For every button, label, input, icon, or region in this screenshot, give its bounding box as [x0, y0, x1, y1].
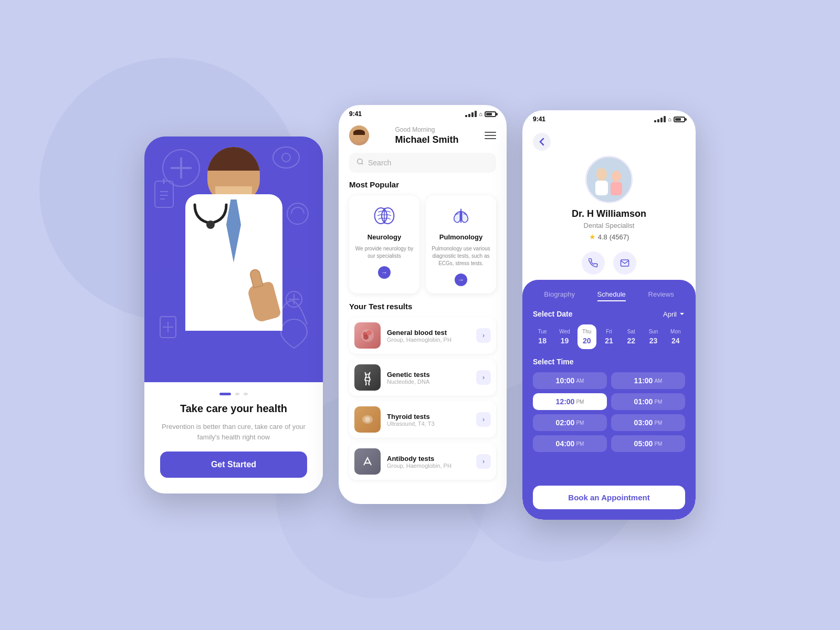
test-item-antibody[interactable]: Antibody tests Group, Haemoglobin, PH › — [349, 443, 496, 480]
tab-biography[interactable]: Biography — [544, 288, 575, 301]
phone-button[interactable] — [582, 251, 605, 275]
date-num-21: 21 — [605, 337, 613, 345]
test-thumb-genetic — [354, 364, 381, 391]
pulmonology-arrow[interactable]: → — [455, 274, 467, 286]
time-11am[interactable]: 11:00 AM — [611, 372, 685, 389]
test-name-genetic: Genetic tests — [387, 371, 470, 379]
doctor-rating: ★ 4.8 (4567) — [533, 233, 685, 241]
date-day-thu: Thu — [582, 329, 591, 334]
time-2pm[interactable]: 02:00 PM — [533, 414, 607, 431]
signal-bar-p1 — [654, 120, 656, 122]
time-10am[interactable]: 10:00 AM — [533, 372, 607, 389]
date-mon-24[interactable]: Mon 24 — [666, 324, 685, 349]
svg-point-21 — [382, 208, 394, 224]
date-day-sat: Sat — [627, 329, 635, 334]
test-info-blood: General blood test Group, Haemoglobin, P… — [387, 329, 470, 343]
test-item-blood[interactable]: General blood test Group, Haemoglobin, P… — [349, 317, 496, 354]
status-icons-home: ⌂ — [465, 111, 496, 117]
test-name-blood: General blood test — [387, 329, 470, 337]
time-val-10: 10:00 — [556, 376, 575, 385]
pagination-dots — [219, 393, 248, 395]
test-item-genetic[interactable]: Genetic tests Nucleotide, DNA › — [349, 359, 496, 396]
email-button[interactable] — [613, 251, 636, 275]
time-ampm-5: PM — [654, 441, 662, 447]
svg-point-35 — [612, 171, 621, 182]
time-val-2: 02:00 — [556, 418, 575, 427]
test-info-antibody: Antibody tests Group, Haemoglobin, PH — [387, 455, 470, 469]
date-sun-23[interactable]: Sun 23 — [644, 324, 663, 349]
svg-point-32 — [587, 158, 631, 202]
onboarding-subtitle: Prevention is better than cure, take car… — [160, 422, 307, 442]
test-thumb-blood — [354, 322, 381, 349]
time-4pm[interactable]: 04:00 PM — [533, 435, 607, 452]
home-header: Good Morning Michael Smith — [349, 125, 496, 145]
svg-point-31 — [365, 417, 370, 422]
phone-doctor-profile: 9:41 ⌂ — [522, 110, 696, 520]
svg-rect-36 — [611, 182, 622, 195]
rating-count: (4567) — [610, 233, 629, 241]
test-item-thyroid[interactable]: Thyroid tests Ultrasound, T4, T3 › — [349, 401, 496, 438]
neurology-arrow[interactable]: → — [378, 266, 391, 279]
month-selector[interactable]: April — [663, 310, 685, 318]
book-appointment-button[interactable]: Book an Appointment — [533, 486, 685, 509]
time-5pm[interactable]: 05:00 PM — [611, 435, 685, 452]
signal-bar-p4 — [664, 116, 666, 122]
menu-button[interactable] — [485, 132, 496, 139]
test-info-genetic: Genetic tests Nucleotide, DNA — [387, 371, 470, 385]
specialty-cards: Neurology We provide neurology by our sp… — [349, 195, 496, 293]
date-tue-18[interactable]: Tue 18 — [533, 324, 552, 349]
test-arrow-genetic[interactable]: › — [476, 370, 491, 385]
specialty-pulmonology[interactable]: Pulmonology Pulmonology use various diag… — [426, 195, 496, 293]
time-3pm[interactable]: 03:00 PM — [611, 414, 685, 431]
svg-rect-9 — [155, 181, 173, 207]
specialty-neurology[interactable]: Neurology We provide neurology by our sp… — [349, 195, 419, 293]
test-sub-thyroid: Ultrasound, T4, T3 — [387, 421, 470, 427]
doctor-profile-image — [585, 156, 633, 203]
date-thu-20[interactable]: Thu 20 — [578, 324, 596, 349]
ham-line-2 — [485, 135, 496, 136]
get-started-button[interactable]: Get Started — [160, 452, 307, 478]
dot-2 — [235, 393, 239, 395]
test-info-thyroid: Thyroid tests Ultrasound, T4, T3 — [387, 413, 470, 427]
test-name-thyroid: Thyroid tests — [387, 413, 470, 421]
user-avatar[interactable] — [349, 125, 369, 145]
date-num-22: 22 — [627, 337, 635, 345]
back-button[interactable] — [533, 133, 551, 151]
date-day-sun: Sun — [649, 329, 658, 334]
test-arrow-blood[interactable]: › — [476, 328, 491, 343]
time-ampm-11: AM — [654, 378, 662, 384]
test-arrow-antibody[interactable]: › — [476, 454, 491, 469]
time-12pm[interactable]: 12:00 PM — [533, 393, 607, 410]
search-bar[interactable]: Search — [349, 153, 496, 173]
test-list: General blood test Group, Haemoglobin, P… — [349, 317, 496, 480]
date-wed-19[interactable]: Wed 19 — [555, 324, 574, 349]
time-ampm-2: PM — [576, 420, 584, 426]
date-sat-22[interactable]: Sat 22 — [622, 324, 640, 349]
date-fri-21[interactable]: Fri 21 — [600, 324, 618, 349]
dot-1 — [219, 393, 231, 395]
test-arrow-thyroid[interactable]: › — [476, 412, 491, 427]
test-name-antibody: Antibody tests — [387, 455, 470, 463]
svg-point-17 — [206, 220, 215, 229]
select-time-label: Select Time — [533, 358, 685, 366]
signal-bar-1 — [465, 115, 467, 117]
tab-schedule[interactable]: Schedule — [597, 288, 626, 301]
test-results-title: Your Test results — [349, 302, 496, 311]
onboarding-hero — [144, 136, 323, 382]
date-num-23: 23 — [649, 337, 658, 345]
pulmonology-icon — [448, 203, 474, 229]
time-val-3: 03:00 — [634, 418, 653, 427]
star-icon: ★ — [589, 233, 596, 241]
onboarding-white-section: Take care your health Prevention is bett… — [144, 382, 323, 494]
time-1pm[interactable]: 01:00 PM — [611, 393, 685, 410]
tab-reviews[interactable]: Reviews — [648, 288, 674, 301]
test-sub-blood: Group, Haemoglobin, PH — [387, 337, 470, 343]
status-bar-profile: 9:41 ⌂ — [522, 110, 696, 125]
search-placeholder: Search — [368, 159, 391, 167]
svg-point-25 — [366, 330, 372, 335]
wifi-icon: ⌂ — [479, 111, 482, 117]
signal-bars-profile — [654, 116, 666, 122]
date-num-18: 18 — [538, 337, 547, 345]
time-val-5: 05:00 — [634, 439, 653, 448]
battery-icon — [485, 111, 496, 117]
